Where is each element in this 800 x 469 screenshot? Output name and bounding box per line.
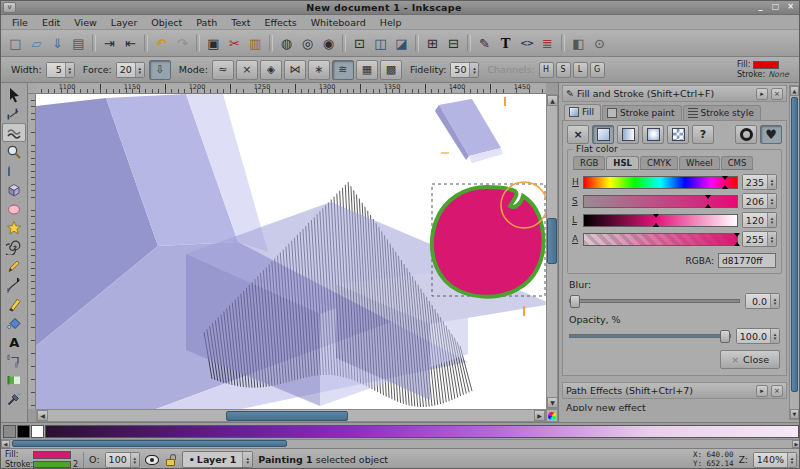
tweak-mode-move-button[interactable]: ≈ — [212, 60, 234, 80]
paint-flat-button[interactable] — [592, 125, 614, 144]
save-button[interactable]: ⇓ — [47, 33, 68, 54]
canvas-vertical-scrollbar[interactable]: ▲ ▼ — [546, 94, 558, 409]
palette-scrollbar[interactable]: ◀ ▶ — [1, 439, 800, 448]
cut-button[interactable]: ✂ — [224, 33, 245, 54]
zoom-page-button[interactable]: ◉ — [318, 33, 339, 54]
document-properties-button[interactable]: ◧ — [568, 33, 589, 54]
scroll-left-arrow[interactable]: ◀ — [37, 410, 48, 421]
menu-layer[interactable]: Layer — [104, 16, 145, 29]
fill-stroke-indicator[interactable]: Fill: Stroke:2 — [5, 450, 78, 469]
node-tool[interactable] — [2, 104, 26, 123]
color-tab-wheel[interactable]: Wheel — [679, 156, 720, 170]
force-spinner[interactable]: 20▴▾ — [116, 62, 145, 78]
channel-l-button[interactable]: L — [573, 62, 588, 78]
color-spinner[interactable]: 255▴▾ — [742, 231, 777, 247]
color-slider[interactable] — [583, 176, 738, 189]
use-pressure-button[interactable]: ⇩ — [149, 60, 171, 80]
pe-iconify-button[interactable]: ▸ — [756, 385, 768, 397]
scroll-up-arrow[interactable]: ▲ — [547, 95, 558, 106]
minimize-button[interactable]: _ — [754, 2, 767, 13]
color-managed-view-toggle[interactable] — [546, 409, 558, 422]
paint-none-button[interactable]: × — [567, 125, 589, 144]
opacity-spinner[interactable]: 100.0▴▾ — [736, 328, 780, 344]
paint-pattern-button[interactable] — [667, 125, 689, 144]
export-button[interactable]: ⇤ — [120, 33, 141, 54]
width-spinner[interactable]: 5▴▾ — [46, 62, 75, 78]
layer-selector[interactable]: •Layer 1 ▴▾ — [182, 451, 254, 468]
canvas[interactable] — [36, 94, 546, 409]
dropper-tool[interactable] — [2, 389, 26, 408]
canvas-horizontal-scrollbar[interactable]: ◀ ▶ — [36, 409, 546, 422]
rectangle-tool[interactable] — [2, 161, 26, 180]
calligraphy-tool[interactable] — [2, 294, 26, 313]
open-document-button[interactable]: ▱ — [26, 33, 47, 54]
tab-stroke-style[interactable]: Stroke style — [683, 105, 761, 120]
palette-none-swatch[interactable] — [3, 425, 16, 438]
redo-button[interactable]: ↷ — [172, 33, 193, 54]
ungroup-button[interactable]: ⊟ — [443, 33, 464, 54]
import-button[interactable]: ⇥ — [99, 33, 120, 54]
path-effects-panel-header[interactable]: Path Effects (Shift+Ctrl+7) ▸ × — [562, 382, 787, 399]
text-dialog-button[interactable]: T — [495, 33, 516, 54]
menu-file[interactable]: File — [5, 16, 35, 29]
ellipse-tool[interactable] — [2, 199, 26, 218]
object-opacity-spinner[interactable]: 100▴▾ — [105, 452, 140, 468]
menu-edit[interactable]: Edit — [35, 16, 67, 29]
layer-visibility-icon[interactable] — [145, 455, 159, 465]
menu-view[interactable]: View — [67, 16, 104, 29]
color-slider[interactable] — [583, 233, 738, 246]
zoom-drawing-button[interactable]: ◎ — [297, 33, 318, 54]
pen-tool[interactable] — [2, 275, 26, 294]
palette-scroll-right-arrow[interactable]: ▶ — [792, 440, 800, 448]
pencil-tool[interactable] — [2, 256, 26, 275]
text-tool[interactable]: A — [2, 332, 26, 351]
copy-button[interactable]: ▣ — [203, 33, 224, 54]
menu-whiteboard[interactable]: Whiteboard — [304, 16, 373, 29]
duplicate-button[interactable]: ⊡ — [349, 33, 370, 54]
tab-fill[interactable]: Fill — [564, 104, 601, 120]
current-stroke-swatch[interactable] — [33, 461, 71, 468]
close-button[interactable]: × — [784, 2, 797, 13]
fill-rule-nonzero-button[interactable]: ♥ — [760, 125, 782, 144]
color-tab-hsl[interactable]: HSL — [606, 156, 639, 170]
menu-path[interactable]: Path — [189, 16, 224, 29]
tweak-mode-attract-button[interactable]: × — [236, 60, 258, 80]
layer-lock-icon[interactable] — [166, 454, 177, 466]
gradient-tool[interactable] — [2, 370, 26, 389]
fidelity-spinner[interactable]: 50▴▾ — [450, 62, 479, 78]
palette-white-swatch[interactable] — [31, 425, 44, 438]
vertical-scroll-thumb[interactable] — [547, 218, 557, 264]
undo-button[interactable]: ↶ — [151, 33, 172, 54]
horizontal-ruler[interactable]: 11001150120012501300135014001450 — [36, 83, 546, 94]
color-slider[interactable] — [583, 214, 738, 227]
rgba-input[interactable]: d81770ff — [718, 253, 776, 268]
current-fill-swatch[interactable] — [33, 451, 71, 459]
box3d-tool[interactable] — [2, 180, 26, 199]
connector-tool[interactable] — [2, 351, 26, 370]
dock-scrollbar[interactable]: ▲ ▼ — [789, 85, 800, 420]
tool-fill-swatch[interactable] — [753, 61, 779, 69]
tweak-mode-scale-button[interactable]: ⋈ — [284, 60, 306, 80]
menu-help[interactable]: Help — [373, 16, 409, 29]
palette-gradient-swatches[interactable] — [45, 425, 799, 438]
color-spinner[interactable]: 235▴▾ — [742, 174, 777, 190]
print-button[interactable]: ▤ — [68, 33, 89, 54]
star-tool[interactable] — [2, 218, 26, 237]
panel-iconify-button[interactable]: ▸ — [756, 88, 768, 100]
palette-scroll-left-arrow[interactable]: ◀ — [1, 440, 10, 448]
selector-tool[interactable] — [2, 85, 26, 104]
panel-close-button[interactable]: × — [771, 88, 783, 100]
color-tab-cmyk[interactable]: CMYK — [640, 156, 678, 170]
paint-unknown-button[interactable]: ? — [692, 125, 714, 144]
window-menu-button[interactable]: v — [3, 2, 16, 13]
channel-s-button[interactable]: S — [556, 62, 571, 78]
palette-black-swatch[interactable] — [17, 425, 30, 438]
dock-scroll-up-arrow[interactable]: ▲ — [790, 86, 799, 96]
fill-stroke-dialog-button[interactable]: ✎ — [474, 33, 495, 54]
color-spinner[interactable]: 120▴▾ — [742, 212, 777, 228]
fill-rule-evenodd-button[interactable] — [735, 125, 757, 144]
fill-stroke-panel-header[interactable]: ✎ Fill and Stroke (Shift+Ctrl+F) ▸ × — [562, 85, 787, 102]
paint-linear-gradient-button[interactable] — [617, 125, 639, 144]
spiral-tool[interactable] — [2, 237, 26, 256]
tweak-mode-jitter-color-button[interactable]: ▩ — [380, 60, 402, 80]
